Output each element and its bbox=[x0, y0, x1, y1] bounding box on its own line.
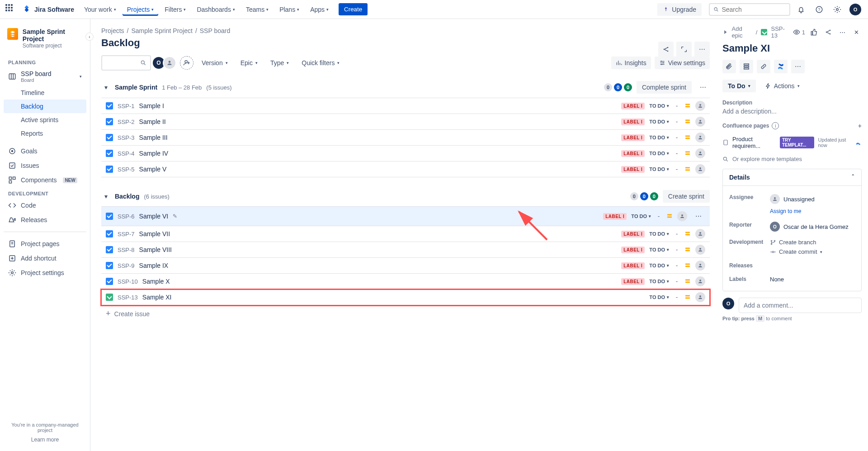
detail-more-button[interactable]: ⋯ bbox=[837, 26, 847, 38]
create-issue-button[interactable]: + Create issue bbox=[101, 305, 710, 322]
settings-icon[interactable] bbox=[830, 2, 844, 17]
assignee-avatar[interactable] bbox=[695, 292, 705, 302]
nav-plans[interactable]: Plans▾ bbox=[275, 3, 304, 16]
unassigned-avatar-filter[interactable] bbox=[163, 56, 176, 70]
comment-input[interactable]: Add a comment... bbox=[739, 298, 862, 313]
type-filter[interactable]: Type▾ bbox=[266, 57, 293, 69]
nav-apps[interactable]: Apps▾ bbox=[306, 3, 333, 16]
priority-icon[interactable]: 〓 bbox=[684, 102, 691, 110]
issue-row[interactable]: SSP-1 Sample I LABEL I TO DO ▾ - 〓 bbox=[101, 98, 710, 114]
create-branch-link[interactable]: Create branch bbox=[770, 239, 816, 246]
status-dropdown[interactable]: TO DO ▾ bbox=[649, 263, 669, 268]
assignee-avatar[interactable] bbox=[695, 229, 705, 239]
search-issues-input[interactable] bbox=[101, 55, 151, 71]
notifications-icon[interactable] bbox=[794, 2, 808, 17]
sidebar-project-settings[interactable]: Project settings bbox=[4, 266, 86, 280]
add-more-button[interactable]: ⋯ bbox=[791, 60, 805, 73]
estimate-field[interactable]: - bbox=[674, 294, 680, 301]
status-dropdown[interactable]: TO DO ▾ bbox=[631, 214, 651, 219]
assignee-avatar[interactable] bbox=[695, 261, 705, 271]
issue-key[interactable]: SSP-7 bbox=[118, 231, 135, 237]
assignee-avatar[interactable] bbox=[695, 101, 705, 111]
labels-value[interactable]: None bbox=[770, 276, 855, 283]
share-button[interactable] bbox=[823, 26, 833, 38]
watch-button[interactable]: 1 bbox=[793, 28, 805, 36]
issue-row[interactable]: SSP-9 Sample IX LABEL I TO DO ▾ - 〓 bbox=[101, 258, 710, 274]
issue-label[interactable]: LABEL I bbox=[621, 247, 645, 253]
priority-icon[interactable]: 〓 bbox=[684, 261, 691, 270]
priority-icon[interactable]: 〓 bbox=[666, 212, 673, 220]
sidebar-components[interactable]: ComponentsNEW bbox=[4, 173, 86, 187]
priority-icon[interactable]: 〓 bbox=[684, 133, 691, 142]
nav-filters[interactable]: Filters▾ bbox=[160, 3, 190, 16]
issue-label[interactable]: LABEL I bbox=[621, 262, 645, 269]
quick-filters[interactable]: Quick filters▾ bbox=[297, 57, 344, 69]
more-button[interactable]: ⋯ bbox=[694, 42, 710, 57]
issue-summary[interactable]: Sample IX bbox=[139, 262, 169, 269]
issue-key[interactable]: SSP-8 bbox=[118, 247, 135, 253]
estimate-field[interactable]: - bbox=[674, 118, 680, 125]
status-dropdown[interactable]: TO DO ▾ bbox=[649, 103, 669, 109]
detail-issue-key[interactable]: SSP-13 bbox=[771, 25, 789, 39]
sidebar-backlog[interactable]: Backlog bbox=[4, 100, 86, 113]
issue-key[interactable]: SSP-4 bbox=[118, 150, 135, 157]
user-avatar[interactable]: O bbox=[848, 2, 863, 17]
issue-key[interactable]: SSP-3 bbox=[118, 134, 135, 141]
issue-row[interactable]: SSP-2 Sample II LABEL I TO DO ▾ - 〓 bbox=[101, 114, 710, 130]
view-settings-button[interactable]: View settings bbox=[655, 57, 710, 69]
estimate-field[interactable]: - bbox=[674, 230, 680, 237]
sidebar-issues[interactable]: Issues bbox=[4, 158, 86, 173]
attach-button[interactable] bbox=[722, 60, 736, 73]
issue-label[interactable]: LABEL I bbox=[621, 150, 645, 157]
issue-summary[interactable]: Sample III bbox=[139, 134, 168, 141]
status-dropdown[interactable]: TO DO ▾ bbox=[649, 231, 669, 237]
assignee-avatar[interactable] bbox=[695, 117, 705, 127]
add-people-button[interactable] bbox=[180, 56, 193, 70]
crumb-project[interactable]: Sample Sprint Project bbox=[131, 27, 192, 34]
assignee-avatar[interactable] bbox=[695, 276, 705, 286]
nav-dashboards[interactable]: Dashboards▾ bbox=[192, 3, 240, 16]
issue-label[interactable]: LABEL I bbox=[621, 278, 645, 285]
status-dropdown[interactable]: TO DO ▾ bbox=[649, 151, 669, 156]
add-confluence-page-button[interactable]: + bbox=[858, 122, 862, 129]
issue-summary[interactable]: Sample I bbox=[139, 102, 164, 109]
issue-row[interactable]: SSP-7 Sample VII LABEL I TO DO ▾ - 〓 bbox=[101, 226, 710, 242]
sidebar-active-sprints[interactable]: Active sprints bbox=[4, 113, 86, 127]
issue-label[interactable]: LABEL I bbox=[621, 103, 645, 109]
confluence-link-button[interactable] bbox=[774, 60, 788, 73]
priority-icon[interactable]: 〓 bbox=[684, 230, 691, 238]
description-field[interactable]: Add a description... bbox=[722, 108, 862, 115]
priority-icon[interactable]: 〓 bbox=[684, 277, 691, 285]
create-commit-link[interactable]: Create commit▾ bbox=[770, 248, 822, 255]
create-sprint-button[interactable]: Create sprint bbox=[663, 190, 710, 203]
assign-to-me-link[interactable]: Assign to me bbox=[770, 208, 801, 214]
sprint-collapse-caret[interactable]: ▾ bbox=[101, 83, 110, 92]
sidebar-reports[interactable]: Reports bbox=[4, 127, 86, 140]
app-switcher-icon[interactable] bbox=[5, 4, 16, 15]
issue-summary[interactable]: Sample II bbox=[139, 118, 166, 125]
status-dropdown[interactable]: TO DO ▾ bbox=[649, 294, 669, 300]
status-dropdown[interactable]: TO DO ▾ bbox=[649, 135, 669, 140]
issue-summary[interactable]: Sample VII bbox=[139, 230, 170, 237]
edit-summary-icon[interactable]: ✎ bbox=[173, 213, 177, 219]
assignee-avatar[interactable] bbox=[695, 245, 705, 255]
estimate-field[interactable]: - bbox=[674, 134, 680, 141]
upgrade-button[interactable]: Upgrade bbox=[657, 3, 702, 16]
issue-summary[interactable]: Sample VI bbox=[139, 213, 169, 220]
assignee-avatar[interactable] bbox=[677, 211, 687, 221]
crumb-board[interactable]: SSP board bbox=[200, 27, 230, 34]
issue-summary[interactable]: Sample VIII bbox=[139, 246, 172, 253]
sidebar-releases[interactable]: Releases bbox=[4, 213, 86, 227]
assignee-avatar[interactable] bbox=[695, 133, 705, 142]
issue-label[interactable]: LABEL I bbox=[621, 231, 645, 237]
issue-label[interactable]: LABEL I bbox=[621, 166, 645, 173]
priority-icon[interactable]: 〓 bbox=[684, 293, 691, 301]
issue-row[interactable]: SSP-13 Sample XI TO DO ▾ - 〓 bbox=[101, 290, 710, 305]
status-dropdown[interactable]: TO DO ▾ bbox=[649, 119, 669, 124]
vote-button[interactable] bbox=[809, 26, 819, 38]
estimate-field[interactable]: - bbox=[674, 262, 680, 269]
issue-row[interactable]: SSP-8 Sample VIII LABEL I TO DO ▾ - 〓 bbox=[101, 242, 710, 258]
assignee-value[interactable]: Unassigned bbox=[783, 196, 815, 203]
nav-your-work[interactable]: Your work▾ bbox=[80, 3, 121, 16]
crumb-projects[interactable]: Projects bbox=[101, 27, 124, 34]
